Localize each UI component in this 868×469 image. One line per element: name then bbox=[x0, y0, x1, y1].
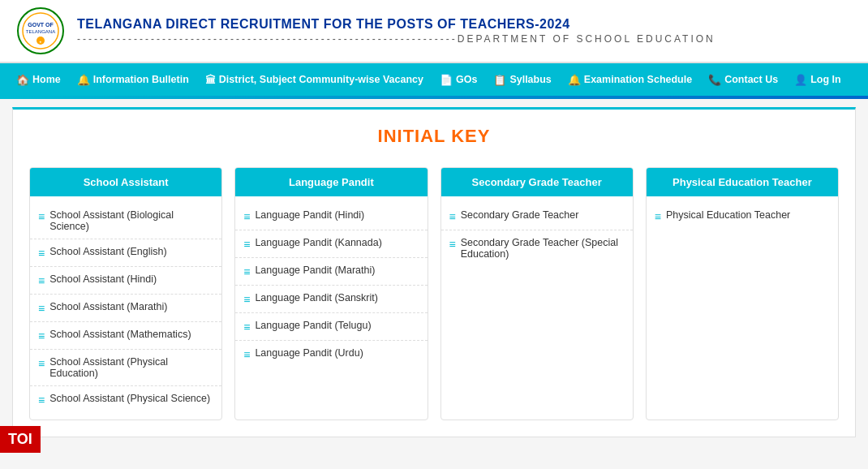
page-header: GOVT OF TELANGANA ★ TELANGANA DIRECT REC… bbox=[0, 0, 868, 63]
list-item[interactable]: ≡ School Assistant (Physical Science) bbox=[30, 386, 221, 413]
column-school-assistant: School Assistant ≡ School Assistant (Bio… bbox=[29, 167, 222, 420]
list-icon: ≡ bbox=[243, 348, 250, 361]
list-icon: ≡ bbox=[243, 238, 250, 251]
nav-contact-us[interactable]: 📞 Contact Us bbox=[700, 63, 786, 96]
column-physical-education-teacher: Physical Education Teacher ≡ Physical Ed… bbox=[646, 167, 839, 420]
list-item[interactable]: ≡ Secondary Grade Teacher (Special Educa… bbox=[441, 230, 633, 266]
toi-badge: TOI bbox=[0, 426, 41, 453]
site-subtitle: ----------------------------------------… bbox=[77, 33, 715, 45]
list-item[interactable]: ≡ Secondary Grade Teacher bbox=[441, 203, 633, 230]
logo: GOVT OF TELANGANA ★ bbox=[16, 6, 65, 55]
main-nav: 🏠 Home 🔔 Information Bulletin 🏛 District… bbox=[0, 63, 868, 96]
list-icon: ≡ bbox=[243, 210, 250, 223]
list-item[interactable]: ≡ School Assistant (English) bbox=[30, 239, 221, 267]
list-item[interactable]: ≡ Language Pandit (Urdu) bbox=[235, 341, 427, 368]
list-icon: ≡ bbox=[655, 210, 661, 223]
nav-info-bulletin[interactable]: 🔔 Information Bulletin bbox=[69, 63, 197, 96]
column-header-school-assistant: School Assistant bbox=[30, 168, 221, 196]
svg-text:GOVT OF: GOVT OF bbox=[28, 22, 54, 28]
nav-exam-schedule[interactable]: 🔔 Examination Schedule bbox=[560, 63, 700, 96]
list-item[interactable]: ≡ Language Pandit (Marathi) bbox=[235, 258, 427, 286]
bell2-icon: 🔔 bbox=[568, 74, 581, 86]
doc-icon: 📄 bbox=[440, 74, 453, 86]
nav-gos[interactable]: 📄 GOs bbox=[432, 63, 485, 96]
page-title: INITIAL KEY bbox=[29, 126, 839, 147]
nav-home[interactable]: 🏠 Home bbox=[8, 63, 69, 96]
list-item[interactable]: ≡ School Assistant (Hindi) bbox=[30, 267, 221, 295]
home-icon: 🏠 bbox=[16, 74, 29, 86]
column-body-language-pandit: ≡ Language Pandit (Hindi) ≡ Language Pan… bbox=[235, 196, 427, 374]
main-content: INITIAL KEY School Assistant ≡ School As… bbox=[12, 107, 856, 437]
column-body-school-assistant: ≡ School Assistant (Biological Science) … bbox=[30, 196, 221, 420]
list-item[interactable]: ≡ School Assistant (Physical Education) bbox=[30, 350, 221, 386]
column-body-secondary-grade-teacher: ≡ Secondary Grade Teacher ≡ Secondary Gr… bbox=[441, 196, 633, 273]
list-icon: ≡ bbox=[38, 302, 45, 315]
list-item[interactable]: ≡ Language Pandit (Kannada) bbox=[235, 230, 427, 258]
list-icon: ≡ bbox=[243, 293, 250, 306]
column-header-physical-education-teacher: Physical Education Teacher bbox=[647, 168, 838, 196]
phone-icon: 📞 bbox=[708, 74, 721, 86]
list-item[interactable]: ≡ Physical Education Teacher bbox=[647, 203, 838, 230]
accent-line bbox=[0, 96, 868, 99]
list-icon: ≡ bbox=[38, 247, 45, 260]
svg-text:★: ★ bbox=[39, 40, 42, 44]
clipboard-icon: 📋 bbox=[493, 74, 506, 86]
list-item[interactable]: ≡ School Assistant (Mathematics) bbox=[30, 322, 221, 350]
bell-icon: 🔔 bbox=[77, 74, 90, 86]
list-icon: ≡ bbox=[38, 274, 45, 287]
building-icon: 🏛 bbox=[205, 74, 216, 86]
column-language-pandit: Language Pandit ≡ Language Pandit (Hindi… bbox=[234, 167, 428, 420]
list-item[interactable]: ≡ School Assistant (Biological Science) bbox=[30, 203, 221, 239]
list-icon: ≡ bbox=[243, 265, 250, 278]
list-icon: ≡ bbox=[243, 321, 250, 333]
list-item[interactable]: ≡ Language Pandit (Hindi) bbox=[235, 203, 427, 230]
list-icon: ≡ bbox=[38, 357, 45, 370]
columns-grid: School Assistant ≡ School Assistant (Bio… bbox=[29, 167, 839, 420]
list-item[interactable]: ≡ Language Pandit (Sanskrit) bbox=[235, 286, 427, 313]
column-header-language-pandit: Language Pandit bbox=[235, 168, 427, 196]
list-item[interactable]: ≡ Language Pandit (Telugu) bbox=[235, 313, 427, 341]
column-body-physical-education-teacher: ≡ Physical Education Teacher bbox=[647, 196, 838, 236]
list-icon: ≡ bbox=[38, 210, 45, 223]
nav-syllabus[interactable]: 📋 Syllabus bbox=[485, 63, 559, 96]
list-icon: ≡ bbox=[449, 210, 456, 223]
user-icon: 👤 bbox=[794, 74, 807, 86]
site-title: TELANGANA DIRECT RECRUITMENT FOR THE POS… bbox=[77, 17, 715, 32]
header-text-block: TELANGANA DIRECT RECRUITMENT FOR THE POS… bbox=[77, 17, 715, 45]
list-item[interactable]: ≡ School Assistant (Marathi) bbox=[30, 295, 221, 322]
list-icon: ≡ bbox=[38, 394, 45, 407]
nav-district-vacancy[interactable]: 🏛 District, Subject Community-wise Vacan… bbox=[197, 63, 432, 96]
column-header-secondary-grade-teacher: Secondary Grade Teacher bbox=[441, 168, 633, 196]
column-secondary-grade-teacher: Secondary Grade Teacher ≡ Secondary Grad… bbox=[440, 167, 634, 420]
svg-text:TELANGANA: TELANGANA bbox=[26, 29, 55, 34]
list-icon: ≡ bbox=[449, 238, 456, 251]
list-icon: ≡ bbox=[38, 329, 45, 342]
nav-login[interactable]: 👤 Log In bbox=[786, 63, 849, 96]
